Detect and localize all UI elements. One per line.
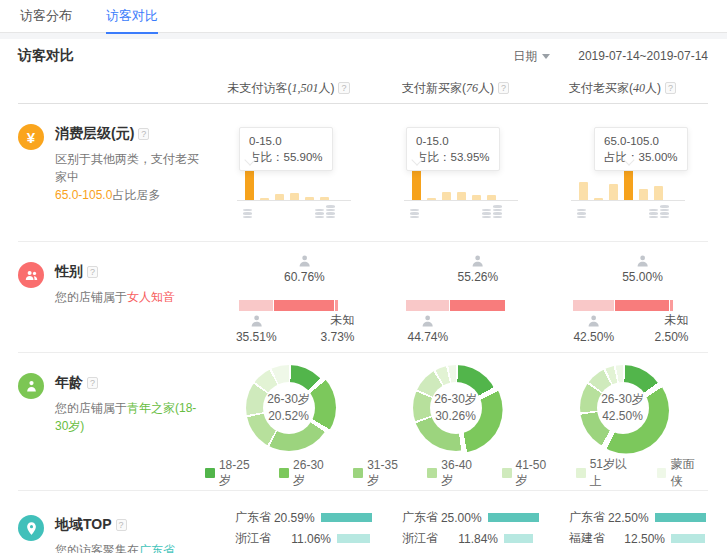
bar — [609, 184, 618, 200]
male-segment — [239, 300, 274, 311]
male-segment — [406, 300, 450, 311]
bar — [457, 192, 466, 200]
legend-item[interactable]: 26-30岁 — [279, 458, 335, 489]
region-bar — [337, 534, 370, 543]
age-label-cell: 年龄? 您的店铺属于青年之家(18-30岁) — [18, 353, 205, 456]
bar — [412, 168, 421, 200]
legend-item[interactable]: 51岁以上 — [576, 456, 639, 490]
region-chart-returning-buyers: 广东省22.50% 福建省12.50% — [539, 491, 706, 553]
help-icon[interactable]: ? — [138, 128, 149, 140]
people-icon — [18, 262, 44, 288]
help-icon[interactable]: ? — [87, 377, 98, 389]
chart-tooltip: 0-15.0 占比：55.90% — [239, 127, 333, 171]
legend-item[interactable]: 蒙面侠 — [657, 456, 707, 490]
row-region: 地域TOP? 您的访客聚集在广东省 广东省20.59% 浙江省11.06% 广东… — [18, 491, 708, 553]
help-icon[interactable]: ? — [338, 82, 349, 94]
age-donut-unpaid: 26-30岁 20.52% — [205, 353, 372, 456]
date-range[interactable]: 2019-07-14~2019-07-14 — [578, 49, 708, 63]
unknown-segment — [670, 300, 672, 311]
tab-visitor-comparison[interactable]: 访客对比 — [106, 0, 158, 33]
donut-center-label: 26-30岁 20.52% — [246, 365, 332, 451]
bar — [579, 182, 588, 200]
row-age: 年龄? 您的店铺属于青年之家(18-30岁) 26-30岁 20.52% 26-… — [18, 353, 708, 491]
bar — [639, 189, 648, 200]
donut-center-label: 26-30岁 30.26% — [413, 365, 499, 451]
female-segment — [615, 300, 669, 311]
female-icon — [471, 254, 485, 268]
legend-swatch — [353, 468, 363, 478]
male-icon — [421, 314, 435, 328]
female-cluster: 60.76% — [284, 254, 325, 284]
unknown-label: 未知 3.73% — [320, 312, 354, 346]
column-header-returning-buyers: 支付老买家(40人)? — [539, 80, 706, 97]
male-cluster: 42.50% — [573, 314, 614, 344]
axis-icons — [243, 205, 335, 218]
bar — [442, 192, 451, 200]
help-icon[interactable]: ? — [116, 519, 127, 531]
row-desc-region: 您的访客聚集在广东省 — [55, 541, 175, 553]
region-row — [235, 549, 372, 553]
gender-chart-returning-buyers: 55.00% 42.50% 未知 2.50% — [539, 242, 706, 352]
help-icon[interactable]: ? — [87, 266, 98, 278]
region-row: 浙江省11.06% — [235, 528, 372, 549]
male-icon — [587, 314, 601, 328]
location-pin-icon — [18, 515, 44, 541]
legend-item[interactable]: 31-35岁 — [353, 458, 409, 489]
legend-swatch — [205, 468, 215, 478]
coins-icon — [315, 205, 335, 218]
chevron-down-icon — [542, 54, 550, 59]
person-icon — [18, 373, 44, 399]
region-bar — [504, 534, 533, 543]
gender-bar — [239, 300, 339, 311]
axis-icons — [577, 205, 669, 218]
region-chart-new-buyers: 广东省25.00% 浙江省11.84% — [372, 491, 539, 553]
legend-swatch — [427, 468, 437, 478]
gender-bar — [406, 300, 506, 311]
axis-line — [404, 200, 518, 201]
female-segment — [274, 300, 334, 311]
legend-swatch — [279, 468, 289, 478]
legend-item[interactable]: 41-50岁 — [502, 458, 558, 489]
page-header: 访客对比 日期 2019-07-14~2019-07-14 — [0, 39, 727, 73]
tab-visitor-distribution[interactable]: 访客分布 — [20, 0, 72, 33]
female-icon — [635, 254, 649, 268]
axis-line — [571, 200, 685, 201]
gender-chart-unpaid: 60.76% 35.51% 未知 3.73% — [205, 242, 372, 352]
chart-tooltip: 0-15.0 占比：53.95% — [406, 127, 500, 171]
row-consumption: ¥ 消费层级(元)? 区别于其他两类，支付老买家中 65.0-105.0占比居多… — [18, 104, 708, 242]
axis-icons — [410, 205, 502, 218]
coin-icon — [410, 205, 419, 218]
region-bar — [488, 513, 539, 522]
legend-item[interactable]: 18-25岁 — [205, 458, 261, 489]
region-row: 广东省25.00% — [402, 507, 539, 528]
column-header-new-buyers: 支付新买家(76人)? — [372, 80, 539, 97]
row-desc-gender: 您的店铺属于女人知音 — [55, 288, 175, 306]
bar — [624, 168, 633, 200]
female-cluster: 55.00% — [622, 254, 663, 284]
unknown-segment — [335, 300, 339, 311]
bar-group — [245, 168, 329, 200]
bar-group — [579, 168, 663, 200]
donut-center-label: 26-30岁 42.50% — [580, 365, 666, 451]
consumption-label-cell: ¥ 消费层级(元)? 区别于其他两类，支付老买家中 65.0-105.0占比居多 — [18, 104, 205, 241]
row-title-gender: 性别 — [55, 263, 83, 279]
legend-item[interactable]: 36-40岁 — [427, 458, 483, 489]
help-icon[interactable]: ? — [498, 82, 509, 94]
help-icon[interactable]: ? — [665, 82, 676, 94]
bar-group — [412, 168, 496, 200]
region-row: 浙江省11.84% — [402, 528, 539, 549]
row-gender: 性别? 您的店铺属于女人知音 60.76% 35.51% 未知 3.7 — [18, 242, 708, 353]
male-cluster: 44.74% — [408, 314, 449, 344]
row-title-age: 年龄 — [55, 374, 83, 390]
unknown-label: 未知 2.50% — [654, 312, 688, 346]
region-row — [569, 549, 706, 553]
male-cluster: 35.51% — [236, 314, 277, 344]
coin-icon — [577, 205, 586, 218]
region-row — [402, 549, 539, 553]
top-tabbar: 访客分布 访客对比 — [0, 0, 727, 33]
row-title-region: 地域TOP — [55, 516, 112, 532]
date-dropdown[interactable]: 日期 — [513, 48, 550, 65]
region-chart-unpaid: 广东省20.59% 浙江省11.06% — [205, 491, 372, 553]
region-row: 广东省20.59% — [235, 507, 372, 528]
age-donut-returning-buyers: 26-30岁 42.50% — [539, 353, 706, 456]
